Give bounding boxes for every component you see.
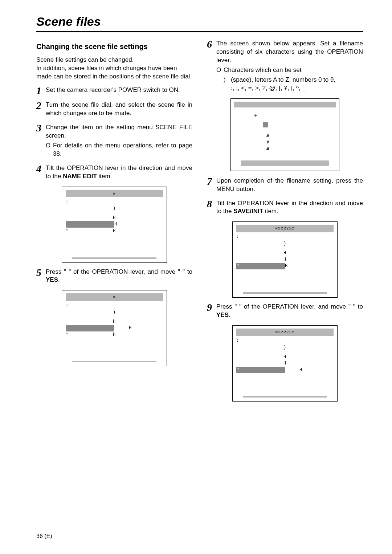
scr5-r4v: H <box>129 325 131 331</box>
step-6-chars: ) (space), letters A to Z, numbers 0 to … <box>224 76 335 93</box>
scr4-r5v: H <box>113 228 115 234</box>
menu-screen-8: #222222 : ) H H *H <box>232 221 338 298</box>
screen5-title-bar: # <box>66 293 163 301</box>
step-number-6: 6 <box>207 40 216 93</box>
name-edit-screen: + # # # <box>230 98 339 171</box>
step-4: 4 Tilt the OPERATION lever in the direct… <box>36 164 192 181</box>
step-number-1: 1 <box>36 86 46 95</box>
scr4-r3l <box>66 215 113 221</box>
step-1: 1 Set the camera recorder's POWER switch… <box>36 86 192 95</box>
scr9-r3v: H <box>283 354 286 360</box>
right-column: 6 The screen shown below appears. Set a … <box>207 40 363 407</box>
scr5-r1l: : <box>66 302 113 309</box>
scr9-r4l <box>236 360 283 367</box>
step-3-main: Change the item on the setting menu SCEN… <box>46 124 192 139</box>
step-9-bold: YES <box>216 311 229 318</box>
step-5-c: " to <box>183 268 192 275</box>
scr5-r2l <box>66 309 113 315</box>
step-5-body: Press " " of the OPERATION lever, and mo… <box>46 268 192 285</box>
intro-text: Scene file settings can be changed. In a… <box>36 56 192 81</box>
step-9: 9 Press " " of the OPERATION lever, and … <box>207 303 363 319</box>
screen8-bottom-bar <box>243 292 327 294</box>
step-9-c: " to <box>353 303 363 310</box>
scr8-r5v: H <box>285 263 287 269</box>
step-4-body: Tilt the OPERATION lever in the directio… <box>46 164 192 181</box>
scr5-r3l <box>66 318 113 325</box>
step-7: 7 Upon completion of the filename settin… <box>207 177 363 194</box>
step-number-3: 3 <box>36 123 46 158</box>
scr9-r5v: H <box>299 367 302 373</box>
scr8-r2v: ) <box>283 240 286 247</box>
menu-screen-9: #222222 : ) H H *H <box>232 325 338 402</box>
step-2: 2 Turn the scene file dial, and select t… <box>36 101 192 118</box>
step-9-body: Press " " of the OPERATION lever, and mo… <box>216 303 363 319</box>
step-3-body: Change the item on the setting menu SCEN… <box>46 123 192 158</box>
screen4-title-bar: # <box>66 190 163 197</box>
step-5-b: " of the OPERATION lever, and move " <box>69 268 180 275</box>
scr8-r4v: H <box>283 256 286 263</box>
step-5-d: . <box>58 276 60 283</box>
screen6-plus: + <box>254 112 336 119</box>
paren-icon: ) <box>224 76 231 93</box>
bullet-icon: O <box>216 66 224 93</box>
screen9-bottom-bar <box>243 396 327 398</box>
step-7-body: Upon completion of the filename setting,… <box>216 177 363 194</box>
step-4-bold: NAME EDIT <box>63 173 97 180</box>
scr9-r3l <box>236 354 283 360</box>
screen6-bottom-bar <box>241 160 329 166</box>
menu-screen-5: # : ) H H *H <box>62 290 167 366</box>
section-heading: Changing the scene file settings <box>36 42 192 51</box>
step-6-main: The screen shown below appears. Set a fi… <box>216 40 363 64</box>
bullet-icon: O <box>46 142 53 158</box>
scr4-r5l: * <box>66 228 113 234</box>
step-8-c: item. <box>265 208 278 215</box>
step-number-5: 5 <box>36 268 46 285</box>
step-5-bold: YES <box>46 276 58 283</box>
step-number-9: 9 <box>207 303 216 319</box>
step-6-bullet-label: Characters which can be set <box>224 66 302 73</box>
scr9-r2v: ) <box>283 344 286 351</box>
scr4-r3v: H <box>113 215 115 221</box>
screen4-bottom-bar <box>72 257 156 259</box>
step-1-body: Set the camera recorder's POWER switch t… <box>46 86 192 95</box>
step-6: 6 The screen shown below appears. Set a … <box>207 40 363 93</box>
step-9-b: " of the OPERATION lever, and move " <box>239 303 351 310</box>
scr8-r3l <box>236 250 283 256</box>
title-rule <box>36 31 363 33</box>
two-column-layout: Changing the scene file settings Scene f… <box>36 40 363 407</box>
step-number-4: 4 <box>36 164 46 181</box>
step-2-body: Turn the scene file dial, and select the… <box>46 101 192 118</box>
step-6-chars-2: :, ;, <, =, >, ?, @, [, ¥, ], ^, _ <box>231 85 306 91</box>
scr8-r5l: * <box>236 263 285 269</box>
step-4-c: item. <box>99 173 112 180</box>
screen5-bottom-bar <box>72 361 156 362</box>
scr5-r4l <box>66 325 114 331</box>
screen6-char-list: # # # <box>266 133 336 152</box>
scr4-r2v: ) <box>113 205 115 212</box>
left-column: Changing the scene file settings Scene f… <box>36 40 192 407</box>
page-number: 36 (E) <box>36 533 52 539</box>
scr5-r5v: H <box>113 331 115 338</box>
scr9-r2l <box>236 344 283 351</box>
step-5: 5 Press " " of the OPERATION lever, and … <box>36 268 192 285</box>
menu-screen-4: # : ) H H *H <box>62 187 167 263</box>
step-6-chars-1: (space), letters A to Z, numbers 0 to 9, <box>231 76 335 83</box>
scr4-r4v: H <box>114 221 117 228</box>
scr5-r2v: ) <box>113 309 115 315</box>
step-number-7: 7 <box>207 177 216 194</box>
step-8-a: Tilt the OPERATION lever in the <box>216 200 310 207</box>
scr4-r1l: : <box>66 199 113 205</box>
step-9-d: . <box>229 311 230 318</box>
scr9-r1l: : <box>236 338 283 344</box>
step-8: 8 Tilt the OPERATION lever in the direct… <box>207 199 363 216</box>
intro-line2: In addition, scene files in which change… <box>36 65 192 80</box>
scr8-r4l <box>236 256 283 263</box>
scr9-r5l: * <box>236 367 285 373</box>
scr8-r1l: : <box>236 234 283 240</box>
step-5-a: Press " <box>46 268 66 275</box>
step-8-body: Tilt the OPERATION lever in the directio… <box>216 199 363 216</box>
screen8-title-bar: #222222 <box>236 225 334 232</box>
step-3-bullet: O For details on the menu operations, re… <box>46 142 192 158</box>
scr5-r3v: H <box>113 318 115 325</box>
screen6-title-bar <box>234 102 336 107</box>
